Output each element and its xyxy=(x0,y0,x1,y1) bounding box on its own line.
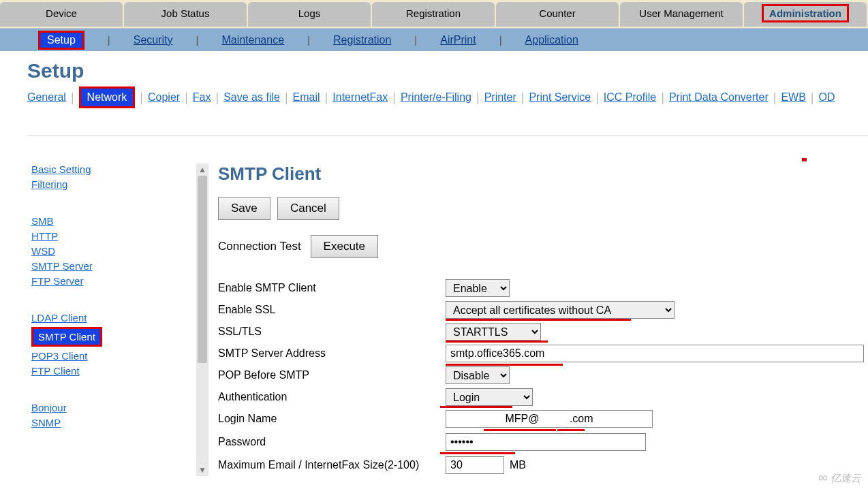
content-title: SMTP Client xyxy=(218,163,868,185)
lbl-pop-before-smtp: POP Before SMTP xyxy=(218,369,446,381)
setuptab-internetfax[interactable]: InternetFax xyxy=(332,91,388,104)
setuptab-printer-efiling[interactable]: Printer/e-Filing xyxy=(401,91,471,104)
subnav-application[interactable]: Application xyxy=(525,34,578,46)
side-basic-setting[interactable]: Basic Setting xyxy=(31,163,91,175)
network-sidebar: Basic Setting Filtering SMB HTTP WSD SMT… xyxy=(27,163,196,476)
side-wsd[interactable]: WSD xyxy=(31,245,55,257)
connection-test-label: Connection Test xyxy=(218,240,301,253)
tab-administration[interactable]: Administration xyxy=(744,2,867,27)
tab-logs[interactable]: Logs xyxy=(248,2,371,27)
tab-registration[interactable]: Registration xyxy=(372,2,495,27)
lbl-smtp-server: SMTP Server Address xyxy=(218,347,446,360)
red-marker xyxy=(802,158,807,161)
setuptab-printer[interactable]: Printer xyxy=(484,91,516,104)
setuptab-network[interactable]: Network xyxy=(79,86,136,108)
page-title: Setup xyxy=(27,59,868,82)
side-pop3-client[interactable]: POP3 Client xyxy=(31,350,88,362)
input-password[interactable] xyxy=(446,433,646,451)
unit-mb: MB xyxy=(510,459,526,471)
select-pop-before-smtp[interactable]: Disable xyxy=(446,366,510,384)
setuptab-fax[interactable]: Fax xyxy=(193,91,211,104)
lbl-authentication: Authentication xyxy=(218,391,446,403)
subnav-setup[interactable]: Setup xyxy=(38,31,84,50)
select-enable-ssl[interactable]: Accept all certificates without CA xyxy=(446,301,675,319)
tab-user-management[interactable]: User Management xyxy=(620,2,743,27)
input-smtp-server[interactable] xyxy=(446,345,864,362)
side-smtp-client[interactable]: SMTP Client xyxy=(31,327,102,347)
subnav-registration[interactable]: Registration xyxy=(333,34,391,46)
side-snmp[interactable]: SNMP xyxy=(31,417,61,428)
lbl-enable-smtp-client: Enable SMTP Client xyxy=(218,282,446,294)
content-panel: SMTP Client Save Cancel Connection Test … xyxy=(218,163,868,476)
input-max-size[interactable] xyxy=(446,456,504,474)
scroll-up-icon[interactable]: ▲ xyxy=(196,163,208,176)
side-ldap-client[interactable]: LDAP Client xyxy=(31,312,87,324)
select-enable-smtp-client[interactable]: Enable xyxy=(446,279,510,297)
side-http[interactable]: HTTP xyxy=(31,230,58,242)
setuptab-print-data-converter[interactable]: Print Data Converter xyxy=(669,91,769,104)
input-login-name[interactable] xyxy=(446,410,653,428)
tab-device[interactable]: Device xyxy=(0,2,123,27)
lbl-enable-ssl: Enable SSL xyxy=(218,304,446,316)
setuptab-email[interactable]: Email xyxy=(293,91,320,104)
lbl-max-size: Maximum Email / InternetFax Size(2-100) xyxy=(218,459,446,471)
subnav-airprint[interactable]: AirPrint xyxy=(440,34,476,46)
lbl-login-name: Login Name xyxy=(218,413,446,425)
scroll-thumb[interactable] xyxy=(198,176,207,363)
lbl-ssltls: SSL/TLS xyxy=(218,326,446,338)
execute-button[interactable]: Execute xyxy=(311,235,378,258)
tab-counter[interactable]: Counter xyxy=(496,2,619,27)
setuptab-icc-profile[interactable]: ICC Profile xyxy=(604,91,656,104)
sidebar-scrollbar[interactable]: ▲ ▼ xyxy=(196,163,208,476)
setuptab-od[interactable]: OD xyxy=(819,91,835,104)
select-authentication[interactable]: Login xyxy=(446,388,533,406)
setup-subtabs: General| Network| Copier| Fax| Save as f… xyxy=(27,86,868,108)
subnav-security[interactable]: Security xyxy=(134,34,173,46)
side-ftp-client[interactable]: FTP Client xyxy=(31,365,80,377)
setuptab-general[interactable]: General xyxy=(27,91,66,104)
setuptab-saveasfile[interactable]: Save as file xyxy=(223,91,280,104)
main-tab-bar: Device Job Status Logs Registration Coun… xyxy=(0,0,868,29)
setuptab-ewb[interactable]: EWB xyxy=(781,91,805,104)
tab-job-status[interactable]: Job Status xyxy=(124,2,247,27)
setuptab-print-service[interactable]: Print Service xyxy=(529,91,591,104)
setuptab-copier[interactable]: Copier xyxy=(148,91,180,104)
select-ssltls[interactable]: STARTTLS xyxy=(446,323,541,341)
side-ftp-server[interactable]: FTP Server xyxy=(31,275,83,287)
scroll-down-icon[interactable]: ▼ xyxy=(196,464,208,476)
side-smtp-server[interactable]: SMTP Server xyxy=(31,260,93,272)
cancel-button[interactable]: Cancel xyxy=(277,197,339,220)
sub-nav: Setup | Security | Maintenance | Registr… xyxy=(0,29,868,51)
side-filtering[interactable]: Filtering xyxy=(31,178,67,190)
side-smb[interactable]: SMB xyxy=(31,215,54,227)
lbl-password: Password xyxy=(218,436,446,448)
side-bonjour[interactable]: Bonjour xyxy=(31,402,67,413)
save-button[interactable]: Save xyxy=(218,197,270,220)
subnav-maintenance[interactable]: Maintenance xyxy=(221,34,284,46)
watermark: ∞ 亿速云 xyxy=(818,471,861,485)
